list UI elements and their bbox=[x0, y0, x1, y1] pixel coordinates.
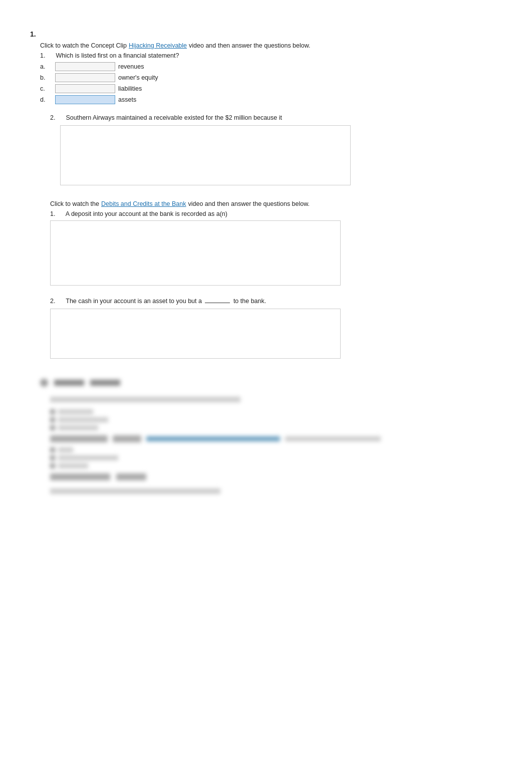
sub-section-q2: 2. Southern Airways maintained a receiva… bbox=[30, 114, 502, 185]
option-b-text: owner's equity bbox=[118, 74, 158, 81]
concept-clip-section-2: Click to watch the Debits and Credits at… bbox=[30, 200, 502, 359]
section2-sub-q2-number: 2. bbox=[50, 298, 64, 305]
option-c-text: liabilities bbox=[118, 85, 142, 92]
option-a-label: a. bbox=[40, 63, 55, 70]
option-d-label: d. bbox=[40, 96, 55, 103]
debits-credits-link[interactable]: Debits and Credits at the Bank bbox=[101, 200, 186, 207]
concept-clip-suffix-1: video and then answer the questions belo… bbox=[189, 42, 311, 49]
option-c-box[interactable] bbox=[55, 84, 115, 93]
option-a-text: revenues bbox=[118, 63, 144, 70]
answer-area-1[interactable] bbox=[60, 125, 351, 185]
answer-area-2-1[interactable] bbox=[50, 220, 341, 286]
section2-sub-q2: 2. The cash in your account is an asset … bbox=[50, 298, 502, 305]
concept-clip-suffix-2: video and then answer the questions belo… bbox=[188, 200, 310, 207]
section2-sub-q1: 1. A deposit into your account at the ba… bbox=[50, 210, 502, 217]
concept-clip-line-1: Click to watch the Concept Clip Hijackin… bbox=[30, 42, 502, 49]
sub-q-1-text: Which is listed first on a financial sta… bbox=[56, 52, 179, 59]
blurred-section bbox=[30, 379, 502, 494]
page-content: 1. Click to watch the Concept Clip Hijac… bbox=[30, 30, 502, 494]
blurred-content bbox=[40, 379, 381, 494]
option-d-text: assets bbox=[118, 96, 136, 103]
answer-options: a. revenues b. owner's equity c. liabili… bbox=[40, 62, 502, 104]
option-b-label: b. bbox=[40, 74, 55, 81]
concept-clip-prefix-1: Click to watch the Concept Clip bbox=[40, 42, 127, 49]
concept-clip-line-2: Click to watch the Debits and Credits at… bbox=[50, 200, 502, 207]
option-d[interactable]: d. assets bbox=[40, 95, 502, 104]
option-c-label: c. bbox=[40, 85, 55, 92]
option-a-box[interactable] bbox=[55, 62, 115, 71]
answer-area-2-2[interactable] bbox=[50, 309, 341, 359]
option-b-box[interactable] bbox=[55, 73, 115, 82]
concept-clip-prefix-2: Click to watch the bbox=[50, 200, 99, 207]
option-c[interactable]: c. liabilities bbox=[40, 84, 502, 93]
main-question-number: 1. bbox=[30, 30, 502, 38]
sub-q-2-text: Southern Airways maintained a receivable… bbox=[66, 114, 282, 121]
main-question-1: 1. Click to watch the Concept Clip Hijac… bbox=[30, 30, 502, 185]
section2-sub-q1-number: 1. bbox=[50, 210, 64, 217]
section2-sub-q1-text: A deposit into your account at the bank … bbox=[66, 210, 227, 217]
sub-q-2-number: 2. bbox=[50, 114, 64, 121]
section2-sub-q2-text-part1: The cash in your account is an asset to … bbox=[66, 298, 266, 305]
hijacking-receivable-link[interactable]: Hijacking Receivable bbox=[129, 42, 187, 49]
option-a[interactable]: a. revenues bbox=[40, 62, 502, 71]
sub-question-1-2: 2. Southern Airways maintained a receiva… bbox=[50, 114, 502, 121]
sub-question-1-1: 1. Which is listed first on a financial … bbox=[30, 52, 502, 59]
option-d-box[interactable] bbox=[55, 95, 115, 104]
sub-q-1-number: 1. bbox=[40, 52, 54, 59]
option-b[interactable]: b. owner's equity bbox=[40, 73, 502, 82]
